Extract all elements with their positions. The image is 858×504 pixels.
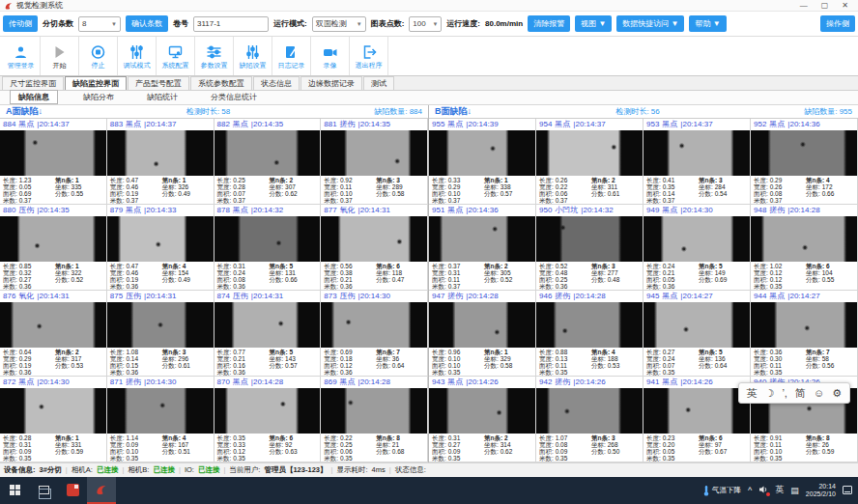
defect-image[interactable]: [644, 302, 750, 348]
defect-image[interactable]: [644, 388, 750, 434]
defect-cell[interactable]: 943 黑点 |20:14:26 长度: 0.31 宽度: 0.27 面积: 0…: [429, 377, 536, 462]
language-indicator[interactable]: 英: [775, 484, 784, 496]
close-icon[interactable]: ✕: [842, 1, 848, 11]
defect-cell[interactable]: 954 黑点 |20:14:37 长度: 0.26 宽度: 0.22 面积: 0…: [536, 119, 644, 205]
defect-image[interactable]: [429, 302, 535, 348]
admin-login-button[interactable]: 管理登录: [2, 37, 41, 74]
clock-widget[interactable]: 20:14 2025/2/10: [806, 483, 836, 498]
defect-image[interactable]: [751, 216, 857, 262]
ime-language-toggle[interactable]: 英: [747, 383, 758, 403]
subtab-defect-stats[interactable]: 缺陷统计: [139, 91, 186, 103]
ime-simplified-toggle[interactable]: 简: [795, 383, 806, 403]
maximize-icon[interactable]: ▢: [821, 1, 829, 11]
debug-mode-button[interactable]: 调试模式: [118, 37, 157, 74]
weather-widget[interactable]: 气温下降: [702, 485, 741, 496]
defect-image[interactable]: [429, 130, 535, 176]
moon-icon[interactable]: ☽: [765, 383, 775, 403]
drive-side-button[interactable]: 传动侧: [3, 15, 38, 32]
action-center-icon[interactable]: [843, 486, 852, 494]
defect-image[interactable]: [0, 216, 106, 262]
defect-image[interactable]: [751, 130, 857, 176]
defect-cell[interactable]: 875 压伤 |20:14:31 长度: 1.08 宽度: 0.14 面积: 0…: [107, 291, 214, 377]
subtab-defect-distribution[interactable]: 缺陷分布: [75, 91, 122, 103]
stop-button[interactable]: 停止: [79, 37, 118, 74]
defect-cell[interactable]: 950 小凹坑 |20:14:32 长度: 0.52 宽度: 0.48 面积: …: [536, 205, 644, 291]
param-settings-button[interactable]: 参数设置: [195, 37, 234, 74]
defect-cell[interactable]: 951 黑点 |20:14:36 长度: 0.37 宽度: 0.31 面积: 0…: [429, 205, 536, 291]
defect-image[interactable]: [536, 388, 643, 434]
subtab-class-info-stats[interactable]: 分类信息统计: [203, 91, 265, 103]
defect-image[interactable]: [644, 130, 750, 176]
gear-icon[interactable]: ⚙: [832, 383, 842, 403]
log-record-button[interactable]: 日志记录: [272, 37, 311, 74]
panel-b-title[interactable]: B面缺陷↓: [435, 105, 472, 118]
defect-cell[interactable]: 876 氧化 |20:14:31 长度: 0.64 宽度: 0.29 面积: 0…: [0, 291, 107, 377]
defect-cell[interactable]: 871 搓伤 |20:14:30 长度: 1.14 宽度: 0.09 面积: 0…: [107, 377, 214, 462]
defect-image[interactable]: [321, 216, 427, 262]
defect-image[interactable]: [107, 302, 214, 348]
operate-side-button[interactable]: 操作侧: [820, 15, 855, 32]
view-menu-button[interactable]: 视图 ▼: [575, 15, 612, 32]
defect-image[interactable]: [214, 302, 321, 348]
defect-cell[interactable]: 870 黑点 |20:14:28 长度: 0.35 宽度: 0.33 面积: 0…: [214, 377, 322, 462]
chart-points-select[interactable]: 100▼: [409, 16, 442, 32]
defect-image[interactable]: [536, 216, 643, 262]
defect-cell[interactable]: 884 黑点 |20:14:37 长度: 1.23 宽度: 0.05 面积: 0…: [0, 119, 107, 205]
start-menu-button[interactable]: [0, 477, 29, 504]
confirm-count-button[interactable]: 确认条数: [126, 15, 168, 32]
defect-cell[interactable]: 945 黑点 |20:14:27 长度: 0.27 宽度: 0.24 面积: 0…: [644, 291, 751, 377]
defect-image[interactable]: [0, 302, 106, 348]
subtab-defect-info[interactable]: 缺陷信息: [10, 90, 58, 104]
defect-image[interactable]: [429, 216, 535, 262]
defect-cell[interactable]: 947 搓伤 |20:14:28 长度: 0.96 宽度: 0.10 面积: 0…: [429, 291, 536, 377]
defect-image[interactable]: [536, 130, 643, 176]
volume-button[interactable]: [758, 485, 768, 495]
defect-image[interactable]: [0, 130, 106, 176]
tab-status-info[interactable]: 状态信息: [253, 76, 300, 90]
tab-system-params[interactable]: 系统参数配置: [190, 76, 252, 90]
defect-cell[interactable]: 953 黑点 |20:14:37 长度: 0.41 宽度: 0.35 面积: 0…: [644, 119, 751, 205]
defect-image[interactable]: [214, 216, 321, 262]
tab-defect-monitor[interactable]: 缺陷监控界面: [65, 76, 127, 90]
defect-cell[interactable]: 944 黑点 |20:14:27 长度: 0.36 宽度: 0.30 面积: 0…: [751, 291, 858, 377]
defect-cell[interactable]: 879 黑点 |20:14:33 长度: 0.47 宽度: 0.46 面积: 0…: [107, 205, 214, 291]
clear-alarm-button[interactable]: 清除报警: [528, 15, 570, 32]
defect-cell[interactable]: 883 黑点 |20:14:37 长度: 0.47 宽度: 0.46 面积: 0…: [107, 119, 214, 205]
defect-cell[interactable]: 881 搓伤 |20:14:35 长度: 0.92 宽度: 0.11 面积: 0…: [321, 119, 428, 205]
taskbar-app-inspection[interactable]: [87, 477, 116, 504]
defect-image[interactable]: [751, 302, 857, 348]
emoji-icon[interactable]: ☺: [814, 383, 824, 403]
defect-cell[interactable]: 941 黑点 |20:14:26 长度: 0.23 宽度: 0.20 面积: 0…: [644, 377, 751, 462]
defect-cell[interactable]: 882 黑点 |20:14:35 长度: 0.25 宽度: 0.28 面积: 0…: [214, 119, 322, 205]
taskbar-app-red[interactable]: [58, 477, 87, 504]
defect-image[interactable]: [429, 388, 535, 434]
defect-settings-button[interactable]: 缺陷设置: [234, 37, 272, 74]
defect-image[interactable]: [107, 216, 214, 262]
defect-image[interactable]: [644, 216, 750, 262]
defect-cell[interactable]: 872 黑点 |20:14:30 长度: 0.28 宽度: 0.31 面积: 0…: [0, 377, 107, 462]
defect-cell[interactable]: 942 搓伤 |20:14:26 长度: 1.07 宽度: 0.08 面积: 0…: [536, 377, 644, 462]
minimize-icon[interactable]: —: [800, 1, 808, 11]
roll-number-input[interactable]: [193, 16, 269, 32]
defect-cell[interactable]: 877 氧化 |20:14:31 长度: 0.56 宽度: 0.38 面积: 0…: [321, 205, 428, 291]
defect-cell[interactable]: 869 黑点 |20:14:28 长度: 0.22 宽度: 0.25 面积: 0…: [321, 377, 428, 462]
tab-size-monitor[interactable]: 尺寸监控界面: [2, 76, 64, 90]
defect-cell[interactable]: 952 黑点 |20:14:36 长度: 0.29 宽度: 0.26 面积: 0…: [751, 119, 858, 205]
record-video-button[interactable]: 录像: [311, 37, 350, 74]
data-quick-access-button[interactable]: 数据快捷访问 ▼: [616, 15, 684, 32]
tab-test[interactable]: 测试: [363, 76, 394, 90]
hidden-icons-chevron[interactable]: ^: [748, 486, 752, 495]
defect-cell[interactable]: 874 压伤 |20:14:31 长度: 0.77 宽度: 0.21 面积: 0…: [214, 291, 322, 377]
defect-cell[interactable]: 948 搓伤 |20:14:28 长度: 1.02 宽度: 0.12 面积: 0…: [751, 205, 858, 291]
defect-image[interactable]: [0, 388, 106, 434]
ime-punctuation-toggle[interactable]: ’,: [782, 383, 787, 403]
defect-cell[interactable]: 946 搓伤 |20:14:28 长度: 0.88 宽度: 0.13 面积: 0…: [536, 291, 644, 377]
tab-product-config[interactable]: 产品型号配置: [128, 76, 189, 90]
defect-image[interactable]: [321, 388, 427, 434]
help-menu-button[interactable]: 帮助 ▼: [689, 15, 726, 32]
defect-image[interactable]: [214, 388, 321, 434]
start-button[interactable]: 开始: [41, 37, 79, 74]
defect-cell[interactable]: 880 压伤 |20:14:35 长度: 0.85 宽度: 0.32 面积: 0…: [0, 205, 107, 291]
tab-edge-data[interactable]: 边缘数据记录: [300, 76, 362, 90]
defect-cell[interactable]: 873 压伤 |20:14:30 长度: 0.69 宽度: 0.18 面积: 0…: [321, 291, 428, 377]
